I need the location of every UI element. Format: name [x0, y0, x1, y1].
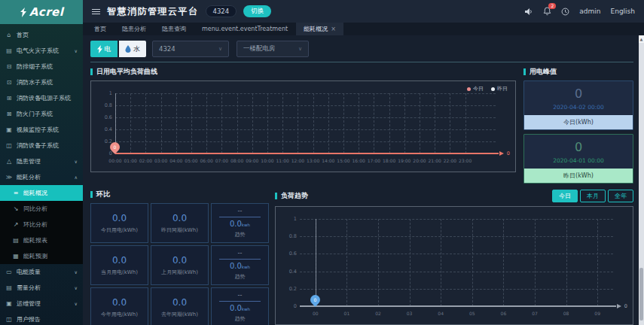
project-badge: 4324	[206, 5, 237, 17]
trend-label: 趋势	[235, 273, 246, 281]
main-area: 智慧消防管理云平台 4324 切换 2 admin English 首页隐患分析…	[83, 0, 644, 325]
today-dot-icon	[467, 87, 471, 91]
sidebar-item[interactable]: ↘同比分析	[0, 201, 83, 217]
sidebar-item[interactable]: ⊞消防设备电源子系统	[0, 90, 83, 106]
sidebar-item[interactable]: ⊠防火门子系统	[0, 106, 83, 122]
y-axis-line	[316, 219, 316, 306]
tab-item[interactable]: 首页	[87, 23, 114, 35]
load-trend-plot: 0001020304050607080910.80.60.40.2000	[300, 219, 613, 306]
tab-item[interactable]: 隐患查询	[154, 23, 194, 35]
x-tick-label: 07	[532, 311, 538, 316]
y-tick-label: 0.6	[279, 251, 297, 257]
sidebar-item-label: 需量分析	[17, 284, 41, 292]
tab-item[interactable]: 隐患分析	[114, 23, 154, 35]
notification-bell-icon[interactable]: 2	[543, 7, 551, 16]
peak-today-card: 0 2020-04-02 00:00 今日(kWh)	[523, 80, 633, 130]
sidebar-item[interactable]: △隐患管理∨	[0, 153, 83, 169]
username[interactable]: admin	[579, 8, 600, 15]
device-select[interactable]: 4324 ∨	[152, 41, 229, 57]
sidebar-item-label: 消防水子系统	[17, 78, 53, 87]
range-year-button[interactable]: 全年	[608, 190, 633, 202]
clock-icon[interactable]	[561, 8, 569, 16]
sidebar-item-label: 能耗预测	[23, 252, 47, 260]
sidebar-item[interactable]: ⊡消防水子系统	[0, 74, 83, 90]
ring-trend-card: --0.0kwh趋势	[211, 203, 269, 243]
electricity-toggle-button[interactable]: 电	[90, 41, 118, 57]
sidebar-item[interactable]: ▦能耗预测	[0, 248, 83, 264]
smoke-exhaust-icon: ⊟	[5, 63, 13, 70]
chevron-down-icon: ∨	[75, 159, 78, 164]
sidebar-item[interactable]: ▣运维管理∨	[0, 296, 83, 311]
app-root: Acrel ⌂首页▤电气火灾子系统∨⊟防排烟子系统⊡消防水子系统⊞消防设备电源子…	[0, 0, 644, 325]
water-toggle-button[interactable]: 水	[119, 41, 146, 57]
grid-vline	[221, 93, 222, 153]
sidebar-item[interactable]: ≡能耗概况	[0, 185, 83, 201]
sidebar-item[interactable]: ▭电能质量∨	[0, 264, 83, 280]
y-tick-label: 1	[279, 216, 297, 222]
home-icon: ⌂	[5, 32, 13, 38]
sidebar-item[interactable]: ◫用户报告	[0, 311, 83, 325]
grid-hline	[300, 272, 613, 272]
sidebar-item[interactable]: ↗环比分析	[0, 217, 83, 232]
sidebar-item[interactable]: ▣视频监控子系统	[0, 122, 83, 138]
axis-arrow-icon	[617, 304, 621, 308]
sidebar-collapse-icon[interactable]	[92, 9, 100, 14]
grid-vline	[378, 219, 379, 306]
video-monitor-icon: ▣	[5, 126, 13, 133]
grid-vline	[503, 219, 504, 306]
tab-active[interactable]: 能耗概况×	[296, 23, 343, 35]
tab-label: 隐患分析	[122, 25, 146, 33]
sidebar-menu-bottom: ▭电能质量∨▤需量分析∨▣运维管理∨◫用户报告	[0, 264, 83, 325]
sidebar-item[interactable]: ▤电气火灾子系统∨	[0, 43, 83, 59]
room-select-value: 一楼配电房	[243, 44, 276, 53]
tab-item[interactable]: menu.event.eventTreatment	[194, 23, 295, 35]
sidebar-item[interactable]: ▤需量分析∨	[0, 280, 83, 296]
daily-load-chart: 今日 昨日 00:0001:0002:0003:0004:0005:0006:0…	[90, 80, 516, 172]
content-area: 电 水 4324 ∨ 一楼配电房 ∨ 日用电平均负荷曲线	[83, 35, 644, 325]
water-label: 水	[133, 44, 140, 54]
y-tick-label: 0	[279, 303, 297, 309]
scrollbar-up-arrow-icon[interactable]: ▲	[639, 35, 644, 43]
data-pin-marker: 0	[308, 293, 322, 306]
legend-today[interactable]: 今日	[467, 85, 484, 93]
grid-vline	[435, 93, 435, 153]
header-right: 2 admin English	[524, 7, 635, 16]
trend-divider	[219, 259, 261, 260]
range-month-button[interactable]: 本月	[580, 190, 606, 202]
vertical-scrollbar[interactable]: ▲	[639, 35, 644, 325]
room-select[interactable]: 一楼配电房 ∨	[237, 41, 309, 57]
sidebar-item-label: 隐患管理	[17, 157, 41, 166]
fire-equipment-icon: ◫	[5, 142, 13, 149]
acrel-logo: Acrel	[0, 0, 83, 24]
language-switch[interactable]: English	[611, 8, 636, 15]
trend-value: 0.0kwh	[230, 220, 250, 228]
sidebar-item-label: 运维管理	[17, 299, 41, 308]
tab-close-icon[interactable]: ×	[331, 26, 336, 32]
sidebar-item[interactable]: ◫消防设备子系统	[0, 138, 83, 153]
sidebar-item[interactable]: ⌂首页	[0, 27, 83, 43]
ring-card-label: 当月用电(kWh)	[101, 269, 138, 276]
scrollbar-thumb[interactable]	[639, 268, 643, 320]
sound-icon[interactable]	[524, 8, 533, 16]
grid-vline	[346, 219, 347, 306]
sidebar-item[interactable]: ≫能耗分析∧	[0, 169, 83, 185]
legend-yesterday[interactable]: 昨日	[491, 85, 508, 93]
legend-today-label: 今日	[473, 85, 484, 93]
trend-divider	[219, 301, 261, 302]
sidebar-item[interactable]: ▤能耗报表	[0, 232, 83, 248]
ring-card-value: 0.0	[112, 213, 127, 223]
range-today-button[interactable]: 今日	[552, 190, 578, 202]
switch-project-button[interactable]: 切换	[243, 5, 271, 17]
load-trend-section: 负荷趋势 今日 本月 全年 0001020304050607080910.80.…	[275, 190, 633, 325]
grid-vline	[343, 93, 344, 153]
x-tick-label: 12:00	[291, 158, 304, 163]
y-tick-label: 0.6	[94, 114, 112, 120]
electrical-fire-icon: ▤	[5, 47, 13, 54]
grid-vline	[282, 93, 283, 153]
logo-text: Acrel	[29, 5, 64, 19]
load-trend-header: 负荷趋势 今日 本月 全年	[275, 190, 633, 202]
sidebar-item[interactable]: ⊟防排烟子系统	[0, 59, 83, 74]
axis-end-label: 0	[624, 303, 627, 309]
tab-label: 隐患查询	[162, 25, 186, 33]
ring-card-label: 昨日同期(kWh)	[161, 226, 198, 234]
